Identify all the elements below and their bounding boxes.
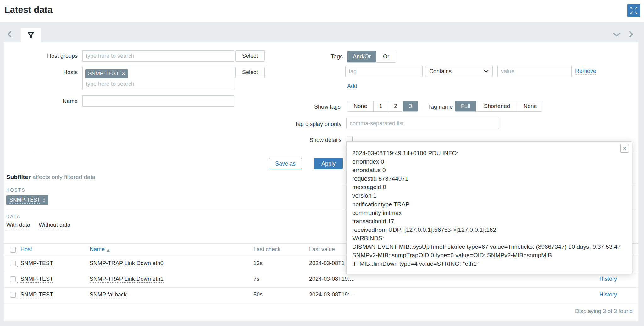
- tag-input[interactable]: [345, 66, 423, 77]
- host-link[interactable]: SNMP-TEST: [20, 276, 53, 282]
- name-input[interactable]: [82, 95, 234, 107]
- without-data-link[interactable]: Without data: [39, 221, 70, 229]
- popup-line: VARBINDS:: [352, 234, 617, 242]
- last-value: 2024-03-08T1: [309, 260, 345, 267]
- popup-line: errorstatus 0: [352, 166, 617, 174]
- row-marker: .: [17, 278, 18, 284]
- tags-operator-toggle: And/Or Or: [347, 51, 396, 63]
- scroll-tabs-left-icon[interactable]: [7, 31, 12, 38]
- subfilter-host-chip-count: 3: [42, 197, 45, 203]
- popup-line: DISMAN-EVENT-MIB::sysUpTimeInstance type…: [352, 242, 617, 251]
- page-title: Latest data: [4, 5, 53, 15]
- tag-name-none[interactable]: None: [518, 101, 542, 111]
- item-name-link[interactable]: SNMP fallback: [90, 291, 127, 298]
- select-all-checkbox[interactable]: [10, 247, 16, 253]
- popup-line: messageid 0: [352, 183, 617, 191]
- popup-line: errorindex 0: [352, 157, 617, 166]
- host-groups-select-button[interactable]: Select: [235, 50, 265, 62]
- history-link[interactable]: History: [599, 276, 617, 282]
- last-check-value: 7s: [253, 276, 259, 282]
- selected-host-label: SNMP-TEST: [88, 71, 119, 77]
- last-value: 2024-03-08T19:…: [309, 291, 355, 298]
- popup-line: notificationtype TRAP: [352, 200, 617, 209]
- remove-host-icon[interactable]: ×: [122, 71, 125, 77]
- tag-condition-select[interactable]: Contains: [425, 66, 493, 77]
- sort-ascending-icon: ▲: [107, 247, 110, 252]
- history-link[interactable]: History: [599, 291, 617, 298]
- hosts-search-input[interactable]: [86, 79, 224, 88]
- column-header-name[interactable]: Name▲: [90, 246, 110, 253]
- subfilter-hosts-heading: HOSTS: [6, 187, 25, 193]
- column-header-last-check: Last check: [253, 246, 280, 253]
- chevron-down-icon: [484, 70, 489, 73]
- subfilter-data-heading: DATA: [6, 214, 20, 219]
- pdu-info-text: 2024-03-08T19:49:14+0100 PDU INFO: error…: [352, 149, 617, 268]
- selected-host-chip[interactable]: SNMP-TEST ×: [85, 69, 128, 78]
- apply-button[interactable]: Apply: [314, 158, 343, 169]
- row-marker: .: [17, 249, 18, 254]
- host-link[interactable]: SNMP-TEST: [20, 260, 53, 267]
- show-tags-2[interactable]: 2: [388, 101, 403, 111]
- popup-line: transactionid 17: [352, 217, 617, 225]
- with-data-link[interactable]: With data: [6, 221, 30, 229]
- tag-name-toggle: Full Shortened None: [455, 101, 542, 112]
- table-row: . SNMP-TEST SNMP-TRAP Link Down eth1 7s …: [4, 272, 638, 288]
- item-name-link[interactable]: SNMP-TRAP Link Down eth0: [90, 260, 164, 267]
- table-row: . SNMP-TEST SNMP fallback 50s 2024-03-08…: [4, 288, 638, 303]
- tag-add-link[interactable]: Add: [347, 83, 357, 90]
- filter-tab[interactable]: [21, 28, 41, 42]
- show-tags-1[interactable]: 1: [373, 101, 388, 111]
- close-icon[interactable]: ×: [620, 144, 629, 153]
- show-tags-label: Show tags: [278, 101, 341, 112]
- filter-funnel-icon: [27, 31, 35, 39]
- row-checkbox[interactable]: [10, 261, 16, 266]
- collapse-filter-icon[interactable]: [613, 32, 621, 37]
- tag-name-shortened[interactable]: Shortened: [476, 101, 518, 111]
- tags-operator-or[interactable]: Or: [376, 51, 396, 62]
- popup-line: community initmax: [352, 209, 617, 217]
- host-link[interactable]: SNMP-TEST: [20, 291, 53, 298]
- pdu-info-popup: × 2024-03-08T19:49:14+0100 PDU INFO: err…: [346, 141, 632, 274]
- tag-value-input[interactable]: [497, 66, 572, 77]
- row-checkbox[interactable]: [10, 276, 16, 282]
- subfilter-host-chip[interactable]: SNMP-TEST 3: [6, 195, 48, 205]
- show-tags-none[interactable]: None: [347, 101, 373, 111]
- popup-line: version 1: [352, 191, 617, 200]
- name-label: Name: [4, 95, 78, 107]
- row-marker: .: [17, 263, 18, 268]
- popup-line: IF-MIB::linkDown type=4 value=STRING: "e…: [352, 259, 617, 268]
- tag-name-full[interactable]: Full: [455, 101, 476, 111]
- tag-display-priority-input[interactable]: [346, 118, 499, 129]
- last-check-value: 12s: [253, 260, 263, 267]
- top-bar: Latest data ↖↗↙↘: [0, 0, 644, 22]
- host-groups-input[interactable]: [82, 50, 234, 62]
- tag-condition-value: Contains: [429, 68, 452, 75]
- host-groups-label: Host groups: [4, 50, 78, 62]
- column-header-host[interactable]: Host: [20, 246, 32, 253]
- tags-label: Tags: [311, 51, 343, 63]
- scroll-tabs-right-icon[interactable]: [629, 31, 634, 38]
- last-check-value: 50s: [253, 291, 263, 298]
- last-value: 2024-03-08T19:…: [309, 276, 355, 282]
- column-header-last-value: Last value: [309, 246, 335, 253]
- popup-line: receivedfrom UDP: [127.0.0.1]:56753->[12…: [352, 225, 617, 234]
- fullscreen-button[interactable]: ↖↗↙↘: [627, 4, 640, 17]
- show-details-checkbox[interactable]: [347, 136, 353, 142]
- subfilter-heading: Subfilteraffects only filtered data: [6, 174, 95, 181]
- hosts-select-button[interactable]: Select: [235, 67, 265, 78]
- tag-display-priority-label: Tag display priority: [247, 118, 341, 130]
- hosts-label: Hosts: [4, 67, 78, 78]
- item-name-link[interactable]: SNMP-TRAP Link Down eth1: [90, 276, 164, 282]
- save-as-button[interactable]: Save as: [269, 158, 302, 169]
- tags-operator-andor[interactable]: And/Or: [347, 51, 376, 62]
- hosts-multiselect[interactable]: SNMP-TEST ×: [82, 67, 234, 90]
- row-marker: .: [17, 294, 18, 299]
- table-footer-count: Displaying 3 of 3 found: [575, 308, 633, 315]
- tag-remove-link[interactable]: Remove: [575, 68, 596, 75]
- fullscreen-icon: ↖↗↙↘: [630, 6, 638, 15]
- subfilter-host-chip-label[interactable]: SNMP-TEST: [9, 197, 40, 204]
- row-checkbox[interactable]: [10, 292, 16, 298]
- subfilter-subtitle: affects only filtered data: [32, 174, 95, 180]
- subfilter-title: Subfilter: [6, 174, 31, 180]
- popup-line: SNMPv2-MIB::snmpTrapOID.0 type=6 value=O…: [352, 251, 617, 259]
